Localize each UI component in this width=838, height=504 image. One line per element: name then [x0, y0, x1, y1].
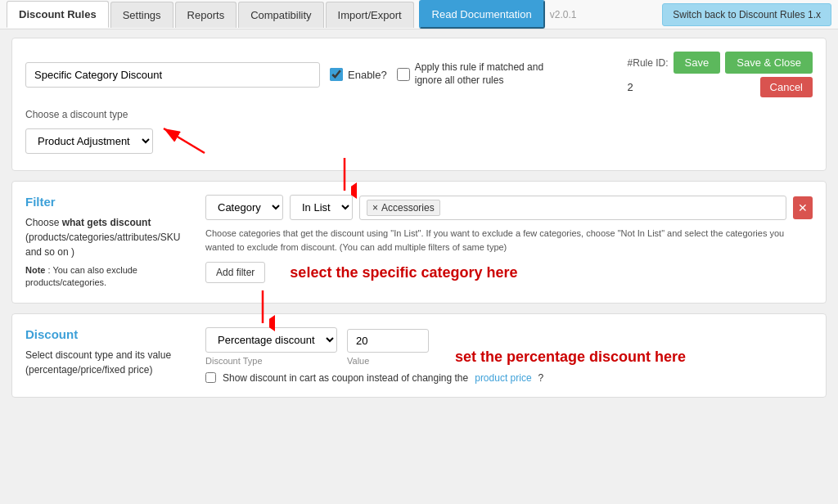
add-filter-button[interactable]: Add filter [205, 262, 265, 283]
filter-annotation: select the specific category here [290, 264, 517, 281]
save-button[interactable]: Save [674, 52, 721, 74]
tab-discount-rules[interactable]: Discount Rules [7, 1, 109, 28]
tab-settings[interactable]: Settings [110, 2, 173, 28]
discount-value-label: Value [347, 356, 429, 366]
filter-desc-bold: what gets discount [62, 217, 151, 228]
action-buttons: Save Save & Close [674, 52, 813, 74]
tag-x-icon[interactable]: × [372, 202, 378, 214]
rule-name-row: Enable? Apply this rule if matched and i… [25, 52, 813, 97]
filter-col-left: Filter Choose what gets discount (produc… [25, 195, 189, 290]
filter-instruction: Choose categories that get the discount … [205, 227, 813, 254]
enable-checkbox[interactable] [330, 68, 343, 81]
rule-id-label: #Rule ID: [628, 57, 669, 69]
main-content: Enable? Apply this rule if matched and i… [0, 29, 838, 504]
discount-card: Discount Select discount type and its va… [11, 313, 827, 398]
filter-note: Note : You can also exclude products/cat… [25, 264, 189, 290]
tab-import-export[interactable]: Import/Export [326, 2, 414, 28]
discount-annotation: set the percentage discount here [455, 349, 686, 366]
tab-reports[interactable]: Reports [175, 2, 237, 28]
filter-desc: Choose what gets discount (products/cate… [25, 215, 189, 259]
apply-rule-label: Apply this rule if matched and ignore al… [415, 61, 546, 87]
filter-two-col: Filter Choose what gets discount (produc… [25, 195, 813, 290]
show-discount-text: Show discount in cart as coupon instead … [223, 372, 468, 384]
discount-value-input[interactable] [347, 329, 429, 353]
discount-type-section: Choose a discount type Product Adjustmen… [25, 109, 813, 157]
discount-col-left: Discount Select discount type and its va… [25, 327, 189, 384]
discount-desc: Select discount type and its value (perc… [25, 348, 189, 377]
filter-tag-input[interactable]: × Accessories [359, 196, 786, 220]
svg-line-1 [164, 128, 205, 153]
rule-name-input[interactable] [25, 62, 320, 88]
arrow-annotation-3 [255, 290, 295, 331]
rule-card: Enable? Apply this rule if matched and i… [11, 38, 827, 171]
enable-row: Enable? [330, 68, 387, 81]
filter-title: Filter [25, 195, 189, 209]
cancel-button[interactable]: Cancel [760, 77, 813, 97]
discount-type-label-field: Discount Type [205, 356, 337, 366]
save-close-button[interactable]: Save & Close [725, 52, 813, 74]
rule-id-value: 2 [628, 81, 633, 93]
discount-type-dropdown[interactable]: Product Adjustment [25, 128, 153, 154]
show-discount-row: Show discount in cart as coupon instead … [205, 372, 813, 384]
version-label: v2.0.1 [550, 9, 577, 20]
tag-label: Accessories [381, 202, 435, 214]
read-doc-button[interactable]: Read Documentation [419, 0, 545, 29]
product-price-link[interactable]: product price [475, 372, 531, 384]
filter-tag-accessories: × Accessories [367, 200, 440, 216]
rule-id-section: #Rule ID: Save Save & Close 2 Cancel [628, 52, 813, 97]
top-nav: Discount Rules Settings Reports Compatib… [0, 0, 838, 29]
discount-type-label: Choose a discount type [25, 109, 813, 120]
discount-value-field: Value [347, 329, 429, 366]
filter-category-select[interactable]: Category [205, 195, 283, 220]
discount-title: Discount [25, 327, 189, 341]
discount-type-field: Percentage discount [205, 327, 337, 366]
filter-card: Filter Choose what gets discount (produc… [11, 181, 827, 304]
tab-compatibility[interactable]: Compatibility [238, 2, 323, 28]
remove-filter-button[interactable]: ✕ [793, 196, 813, 219]
discount-col-right: Percentage discount [205, 327, 813, 384]
apply-rule-checkbox[interactable] [397, 68, 410, 81]
switch-back-button[interactable]: Switch back to Discount Rules 1.x [662, 3, 831, 26]
show-discount-checkbox[interactable] [205, 372, 216, 383]
arrow-annotation-2 [336, 158, 377, 199]
discount-two-col: Discount Select discount type and its va… [25, 327, 813, 384]
show-discount-suffix: ? [538, 372, 544, 384]
filter-col-right: Category In List × Accessories ✕ [205, 195, 813, 290]
enable-label: Enable? [348, 69, 387, 81]
filter-note-bold: Note [25, 265, 45, 275]
arrow-annotation-1 [160, 124, 209, 157]
apply-rule-row: Apply this rule if matched and ignore al… [397, 61, 546, 87]
